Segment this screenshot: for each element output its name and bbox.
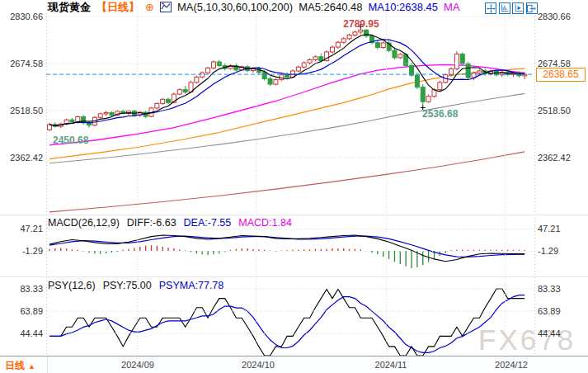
low-price-annotation: 2450.68 <box>53 135 88 146</box>
ma-params-label: MA(5,10,30,60,100,200) <box>177 1 293 13</box>
candle <box>217 60 221 68</box>
candle <box>438 81 442 91</box>
y-axis-label: 2362.42 <box>538 153 587 163</box>
macd-params-label: MACD(26,12,9) <box>48 217 120 229</box>
candle <box>228 64 233 70</box>
candle <box>211 60 215 69</box>
candle <box>336 40 340 48</box>
psy-axis-label: 83.33 <box>538 284 587 294</box>
candle <box>98 112 102 118</box>
candle <box>341 37 346 44</box>
ma5-value: MA5:2640.48 <box>299 1 362 13</box>
macd-dea-value: DEA:-7.55 <box>184 217 232 229</box>
candle <box>195 75 199 83</box>
candle <box>331 45 335 53</box>
psy-header: PSY(12,6) PSY:75.00 PSYMA:77.78 <box>48 280 223 291</box>
candle <box>410 63 414 77</box>
candle <box>421 84 425 105</box>
candle <box>183 86 187 93</box>
candle <box>415 73 419 89</box>
axis-zoom-icon <box>500 4 509 13</box>
ma200-line <box>49 152 524 212</box>
candle <box>161 98 165 105</box>
y-axis-label: 2518.50 <box>0 106 43 116</box>
psy-axis-label: 44.44 <box>538 328 587 338</box>
candle <box>365 29 369 38</box>
psyma-line <box>49 295 524 353</box>
candle <box>375 40 379 50</box>
candle <box>381 41 385 49</box>
psy-params-label: PSY(12,6) <box>48 280 96 291</box>
y-axis-label: 2362.42 <box>0 153 43 163</box>
crosshair-icon-button[interactable] <box>485 2 496 14</box>
footer-divider <box>47 356 48 373</box>
macd-axis-label: 47.21 <box>0 224 43 234</box>
add-indicator-icon[interactable]: ⊕ <box>145 2 154 12</box>
candle <box>155 102 159 110</box>
period-selector-label: 日线 <box>5 360 25 371</box>
axis-zoom-icon-button[interactable] <box>499 2 510 14</box>
macd-axis-label: -1.29 <box>0 246 43 256</box>
chart-type-icon[interactable] <box>160 2 172 12</box>
candle <box>268 77 272 87</box>
x-axis-month-label: 2024/12 <box>482 360 540 370</box>
macd-header: MACD(26,12,9) DIFF:-6.63 DEA:-7.55 MACD:… <box>48 217 292 229</box>
psy-axis-label: 44.44 <box>0 328 43 338</box>
candle <box>274 78 278 86</box>
export-icon <box>527 4 536 13</box>
y-axis-label: 2830.66 <box>0 12 43 21</box>
candle <box>466 62 470 79</box>
main-chart-header: 现货黄金 【日线】 ⊕ MA(5,10,30,60,100,200) MA5:2… <box>48 1 460 13</box>
x-axis-month-label: 2024/11 <box>362 360 420 370</box>
high-price-annotation: 2789.95 <box>328 18 394 30</box>
candle <box>206 67 210 74</box>
axis-play-icon-button[interactable] <box>512 2 524 14</box>
export-icon-button[interactable] <box>526 2 538 14</box>
ma10-value: MA10:2638.45 <box>368 1 438 13</box>
candle <box>285 72 289 78</box>
candle <box>325 50 329 62</box>
psy-pane <box>49 289 524 356</box>
y-axis-label: 2830.66 <box>538 12 587 21</box>
ma-more-truncated: MA <box>444 1 460 13</box>
psy-axis-label: 83.33 <box>0 284 43 294</box>
candle <box>347 34 351 40</box>
candle <box>353 31 357 36</box>
period-label[interactable]: 【日线】 <box>96 0 139 15</box>
candle <box>104 111 108 116</box>
psy-value: PSY:75.00 <box>103 280 152 291</box>
psy-axis-label: 63.89 <box>0 306 43 316</box>
candle <box>82 115 86 125</box>
x-axis-bar: 日线▲ 2024/09 2024/10 2024/11 2024/12 <box>0 356 588 373</box>
candle <box>302 61 306 68</box>
y-axis-label: 2518.50 <box>538 106 587 116</box>
candle <box>296 65 300 72</box>
candle <box>234 64 238 71</box>
candle <box>393 48 397 59</box>
low-price-annotation: 2536.68 <box>422 108 458 120</box>
chart-app: FX678 现货黄金 【日线】 ⊕ MA(5,10,30,60,100,200)… <box>0 0 588 373</box>
candle <box>200 72 205 78</box>
x-axis-month-label: 2024/10 <box>229 360 287 370</box>
symbol-name: 现货黄金 <box>48 0 91 15</box>
psy-axis-label: 63.89 <box>538 306 587 316</box>
psy-line <box>49 289 524 356</box>
period-selector[interactable]: 日线▲ <box>5 359 35 373</box>
diff-line <box>49 235 524 262</box>
candle <box>177 88 181 95</box>
crosshair-icon <box>487 4 496 13</box>
candle <box>87 121 92 128</box>
last-price-badge: 2638.65 <box>536 68 586 82</box>
x-axis-month-label: 2024/09 <box>109 360 167 370</box>
candle <box>313 55 318 61</box>
candle <box>449 68 454 77</box>
macd-diff-value: DIFF:-6.63 <box>127 217 176 229</box>
psyma-value: PSYMA:77.78 <box>159 280 224 291</box>
y-axis-label: 2674.58 <box>0 59 43 68</box>
candle <box>398 53 402 59</box>
period-arrow-icon: ▲ <box>28 362 35 371</box>
macd-bar-value: MACD:1.84 <box>238 217 292 229</box>
candle <box>426 94 430 102</box>
chart-canvas[interactable] <box>0 0 588 373</box>
chart-toolbar <box>485 2 538 14</box>
